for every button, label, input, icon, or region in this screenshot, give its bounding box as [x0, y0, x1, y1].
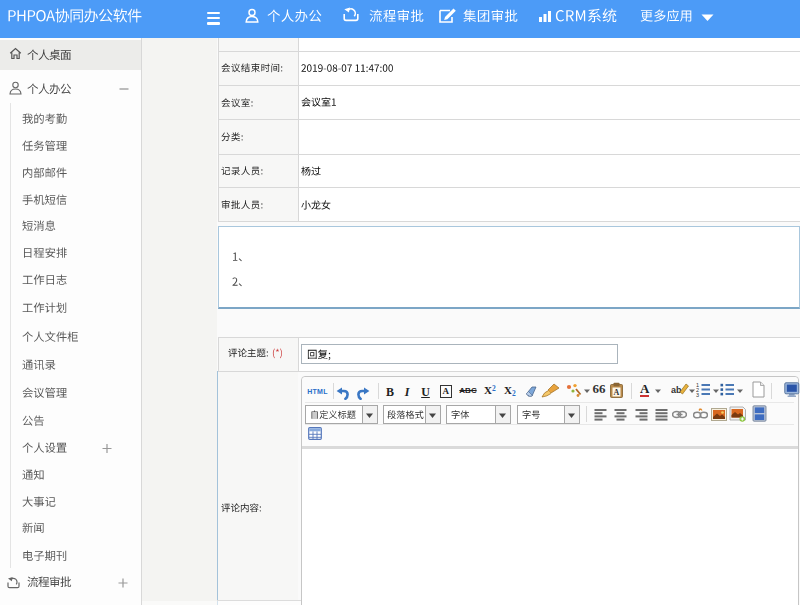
svg-text:A: A — [614, 388, 620, 397]
svg-text:3: 3 — [696, 392, 699, 397]
svg-text:ab: ab — [671, 385, 682, 395]
